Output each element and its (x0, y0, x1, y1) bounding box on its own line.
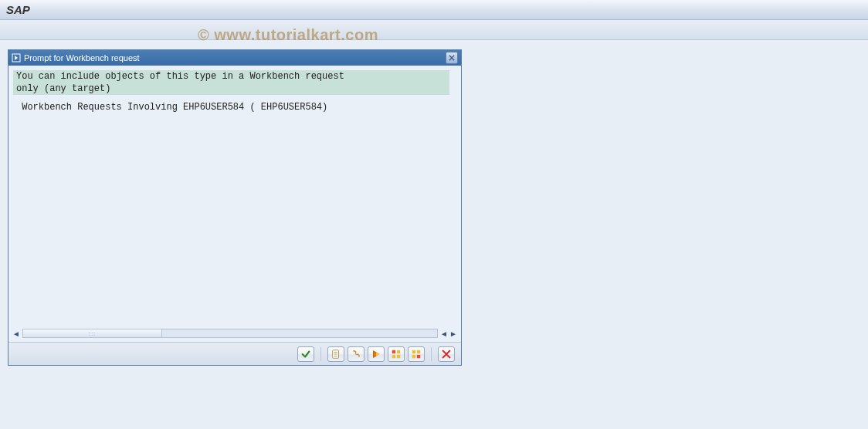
scroll-right-button-2[interactable]: ► (449, 329, 458, 338)
requests-line: Workbench Requests Involving EHP6USER584… (13, 101, 456, 113)
scroll-track[interactable]: ::: (22, 329, 438, 338)
execute-button[interactable] (368, 346, 385, 362)
workbench-request-dialog: Prompt for Workbench request You can inc… (8, 49, 462, 366)
svg-rect-10 (417, 350, 420, 353)
separator-1 (320, 347, 321, 361)
tree-button[interactable] (348, 346, 364, 362)
dialog-titlebar: Prompt for Workbench request (8, 50, 461, 66)
svg-rect-11 (412, 354, 415, 357)
app-titlebar: SAP (0, 0, 868, 20)
svg-rect-6 (397, 350, 400, 353)
toolbar-band (0, 20, 868, 40)
h-scrollbar: ◄ ::: ◄ ► (8, 328, 461, 342)
svg-rect-5 (392, 350, 395, 353)
own-requests-button[interactable] (327, 346, 344, 362)
scroll-thumb[interactable]: ::: (23, 329, 162, 337)
dialog-close-button[interactable] (446, 52, 458, 64)
svg-rect-8 (397, 354, 400, 357)
grid-2-button[interactable] (408, 346, 425, 362)
ok-button[interactable] (297, 346, 314, 362)
grid-1-button[interactable] (388, 346, 405, 362)
cancel-button[interactable] (438, 346, 455, 362)
separator-2 (431, 347, 432, 361)
dialog-footer (8, 342, 461, 365)
scroll-left-button[interactable]: ◄ (12, 329, 21, 338)
dialog-body: You can include objects of this type in … (8, 66, 461, 328)
dialog-icon (12, 53, 21, 62)
notice-line-2: only (any target) (13, 83, 449, 95)
content-area: Prompt for Workbench request You can inc… (0, 40, 868, 429)
app-title: SAP (6, 3, 30, 16)
svg-rect-7 (392, 354, 395, 357)
notice-line-1: You can include objects of this type in … (13, 70, 449, 83)
svg-rect-12 (417, 354, 420, 357)
dialog-title: Prompt for Workbench request (24, 53, 446, 62)
svg-rect-9 (412, 350, 415, 353)
scroll-right-button-1[interactable]: ◄ (439, 329, 449, 338)
